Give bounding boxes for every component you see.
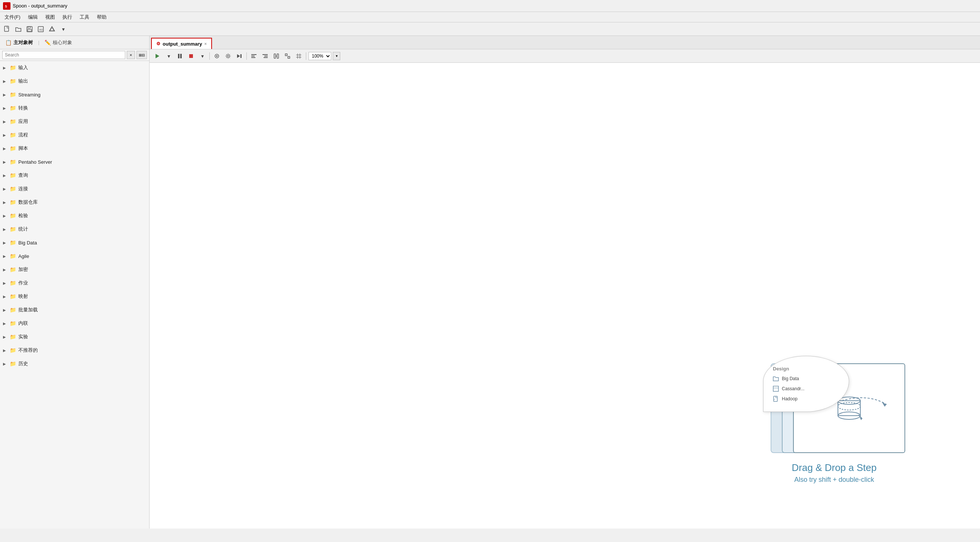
- tree-label-12: 统计: [18, 226, 28, 232]
- distribute-button[interactable]: [272, 51, 281, 61]
- expand-arrow-1: ▶: [3, 79, 8, 83]
- expand-arrow-3: ▶: [3, 106, 8, 110]
- tree-item-12[interactable]: ▶ 📁 统计: [0, 223, 149, 236]
- expand-arrow-2: ▶: [3, 93, 8, 97]
- align-left-button[interactable]: [249, 51, 259, 61]
- left-panel: 📋 主对象树 | ✏️ 核心对象 × ⊞⊟ ▶ 📁 输入 ▶ 📁: [0, 36, 150, 529]
- canvas-tab-output-summary[interactable]: ⚙ output_summary ×: [151, 38, 212, 49]
- expand-arrow-0: ▶: [3, 66, 8, 70]
- tree-item-10[interactable]: ▶ 📁 数据仓库: [0, 196, 149, 209]
- toolbar-sep-1: [209, 52, 210, 60]
- tree-item-22[interactable]: ▶ 📁 历史: [0, 357, 149, 370]
- menu-edit[interactable]: 编辑: [25, 13, 41, 21]
- search-clear-button[interactable]: ×: [127, 51, 135, 59]
- zoom-dropdown[interactable]: ▾: [333, 52, 340, 60]
- dnd-illustration: Design Big Data Cassandr...: [763, 356, 905, 484]
- menu-file[interactable]: 文件(F): [2, 13, 24, 21]
- svg-rect-39: [773, 386, 778, 391]
- save-button[interactable]: [25, 24, 34, 34]
- new-button[interactable]: [2, 24, 12, 34]
- menu-view[interactable]: 视图: [42, 13, 58, 21]
- expand-arrow-16: ▶: [3, 281, 8, 285]
- snap-button[interactable]: [283, 51, 293, 61]
- svg-rect-11: [178, 54, 180, 58]
- next-step-button[interactable]: [234, 51, 244, 61]
- tree-item-11[interactable]: ▶ 📁 检验: [0, 209, 149, 223]
- folder-icon-4: 📁: [10, 119, 16, 124]
- tree-item-20[interactable]: ▶ 📁 实验: [0, 330, 149, 343]
- tree-item-15[interactable]: ▶ 📁 加密: [0, 263, 149, 276]
- tab-icon: ⚙: [156, 41, 161, 46]
- tree-item-5[interactable]: ▶ 📁 流程: [0, 128, 149, 141]
- main-layout: 📋 主对象树 | ✏️ 核心对象 × ⊞⊟ ▶ 📁 输入 ▶ 📁: [0, 36, 980, 529]
- folder-icon-14: 📁: [10, 253, 16, 259]
- tree-item-14[interactable]: ▶ 📁 Agile: [0, 250, 149, 263]
- open-button[interactable]: [13, 24, 23, 34]
- tree-item-1[interactable]: ▶ 📁 输出: [0, 75, 149, 88]
- menu-tools[interactable]: 工具: [76, 13, 92, 21]
- tree-item-9[interactable]: ▶ 📁 连接: [0, 182, 149, 196]
- search-layout-button[interactable]: ⊞⊟: [137, 51, 147, 59]
- menu-run[interactable]: 执行: [59, 13, 75, 21]
- main-objects-tab[interactable]: 📋 主对象树: [2, 38, 37, 48]
- tab-close-button[interactable]: ×: [204, 41, 207, 46]
- folder-icon-18: 📁: [10, 307, 16, 313]
- tree-item-21[interactable]: ▶ 📁 不推荐的: [0, 343, 149, 357]
- tree-label-8: 查询: [18, 172, 28, 179]
- title-bar: S Spoon - output_summary: [0, 0, 980, 12]
- align-right-button[interactable]: [260, 51, 270, 61]
- tree-label-22: 历史: [18, 360, 28, 367]
- settings-button[interactable]: [223, 51, 233, 61]
- menu-help[interactable]: 帮助: [94, 13, 110, 21]
- search-input[interactable]: [2, 51, 125, 59]
- svg-rect-5: [28, 30, 32, 32]
- pause-button[interactable]: [175, 51, 185, 61]
- saveas-button[interactable]: AS: [36, 24, 46, 34]
- run-button[interactable]: [153, 51, 162, 61]
- svg-rect-18: [240, 54, 242, 58]
- folder-icon-13: 📁: [10, 240, 16, 246]
- tree-item-8[interactable]: ▶ 📁 查询: [0, 168, 149, 182]
- tree-item-6[interactable]: ▶ 📁 脚本: [0, 141, 149, 155]
- tree-label-6: 脚本: [18, 145, 28, 152]
- preview-button[interactable]: [212, 51, 222, 61]
- canvas-content[interactable]: Design Big Data Cassandr...: [150, 63, 980, 529]
- tree-item-19[interactable]: ▶ 📁 内联: [0, 316, 149, 330]
- tree-item-17[interactable]: ▶ 📁 映射: [0, 290, 149, 303]
- tree-label-10: 数据仓库: [18, 199, 38, 206]
- svg-point-15: [216, 55, 218, 57]
- folder-icon-11: 📁: [10, 213, 16, 219]
- grid-button[interactable]: [294, 51, 304, 61]
- stop-button[interactable]: [186, 51, 196, 61]
- tree-label-7: Pentaho Server: [18, 159, 52, 165]
- tree-item-7[interactable]: ▶ 📁 Pentaho Server: [0, 155, 149, 168]
- core-objects-icon: ✏️: [45, 40, 51, 46]
- tree-label-17: 映射: [18, 293, 28, 300]
- tree-item-2[interactable]: ▶ 📁 Streaming: [0, 88, 149, 101]
- expand-arrow-10: ▶: [3, 200, 8, 205]
- run-dropdown[interactable]: ▾: [164, 51, 173, 61]
- tree-item-0[interactable]: ▶ 📁 输入: [0, 61, 149, 75]
- popup-bigdata-label: Big Data: [782, 376, 799, 381]
- expand-arrow-5: ▶: [3, 133, 8, 137]
- tree-item-13[interactable]: ▶ 📁 Big Data: [0, 236, 149, 250]
- svg-rect-29: [288, 56, 290, 58]
- environment-button[interactable]: [47, 24, 57, 34]
- tree-item-18[interactable]: ▶ 📁 批量加载: [0, 303, 149, 316]
- expand-arrow-15: ▶: [3, 268, 8, 272]
- popup-item-bigdata: Big Data: [773, 376, 841, 381]
- tree-item-4[interactable]: ▶ 📁 应用: [0, 115, 149, 128]
- tree-item-16[interactable]: ▶ 📁 作业: [0, 276, 149, 290]
- folder-icon-6: 📁: [10, 145, 16, 151]
- search-bar: × ⊞⊟: [0, 49, 149, 61]
- expand-arrow-9: ▶: [3, 187, 8, 191]
- folder-icon-8: 📁: [10, 172, 16, 178]
- folder-icon-bigdata: [773, 376, 779, 381]
- core-objects-tab[interactable]: ✏️ 核心对象: [41, 38, 76, 48]
- tree-item-3[interactable]: ▶ 📁 转换: [0, 101, 149, 115]
- tree-label-13: Big Data: [18, 240, 37, 246]
- expand-arrow-18: ▶: [3, 308, 8, 312]
- zoom-select[interactable]: 100% 50% 75% 125% 150% 200%: [309, 52, 331, 60]
- env-dropdown[interactable]: ▾: [58, 24, 68, 34]
- stop-dropdown[interactable]: ▾: [197, 51, 207, 61]
